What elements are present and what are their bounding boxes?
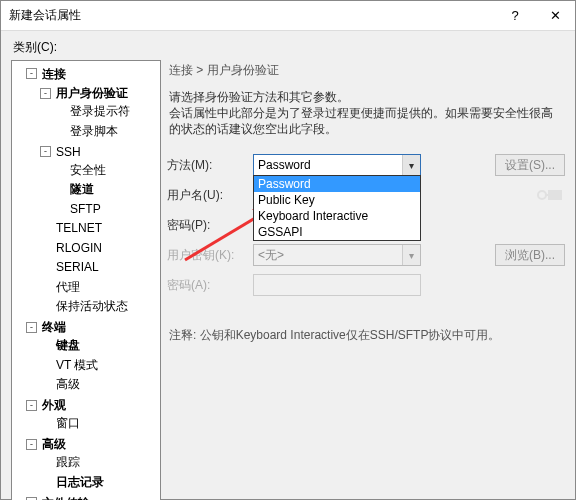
window-title: 新建会话属性 — [9, 7, 495, 24]
tree-telnet[interactable]: TELNET — [56, 219, 102, 237]
category-label: 类别(C): — [13, 39, 565, 56]
method-option-publickey[interactable]: Public Key — [254, 192, 420, 208]
method-option-gssapi[interactable]: GSSAPI — [254, 224, 420, 240]
label-username: 用户名(U): — [167, 187, 253, 204]
userkey-value: <无> — [258, 247, 284, 264]
tree-user-auth[interactable]: 用户身份验证 — [56, 84, 128, 102]
description: 请选择身份验证方法和其它参数。 会话属性中此部分是为了登录过程更便捷而提供的。如… — [169, 89, 563, 137]
tree-filetransfer[interactable]: 文件传输 — [42, 494, 90, 501]
userkey-select: <无> ▾ — [253, 244, 421, 266]
method-dropdown[interactable]: Password Public Key Keyboard Interactive… — [253, 175, 421, 241]
tree-logging[interactable]: 日志记录 — [56, 473, 104, 491]
tree-serial[interactable]: SERIAL — [56, 258, 99, 276]
tree-tunnel[interactable]: 隧道 — [70, 180, 94, 198]
tree-adv-term[interactable]: 高级 — [56, 375, 80, 393]
tree-proxy[interactable]: 代理 — [56, 278, 80, 296]
content-area: 类别(C): -连接 -用户身份验证 登录提示符 登录脚本 -SSH — [1, 31, 575, 500]
svg-rect-2 — [545, 194, 553, 196]
method-option-keyboard[interactable]: Keyboard Interactive — [254, 208, 420, 224]
close-button[interactable]: ✕ — [535, 1, 575, 31]
key-icon — [533, 184, 565, 206]
category-tree[interactable]: -连接 -用户身份验证 登录提示符 登录脚本 -SSH 安全性 — [11, 60, 161, 500]
row-userkey: 用户密钥(K): <无> ▾ 浏览(B)... — [167, 243, 565, 267]
method-select[interactable]: Password ▾ — [253, 154, 421, 176]
passphrase-input — [253, 274, 421, 296]
chevron-down-icon: ▾ — [402, 245, 420, 265]
tree-sftp[interactable]: SFTP — [70, 200, 101, 218]
titlebar: 新建会话属性 ? ✕ — [1, 1, 575, 31]
method-option-password[interactable]: Password — [254, 176, 420, 192]
row-passphrase: 密码(A): — [167, 273, 565, 297]
tree-login-script[interactable]: 登录脚本 — [70, 122, 118, 140]
label-passphrase: 密码(A): — [167, 277, 253, 294]
main-row: -连接 -用户身份验证 登录提示符 登录脚本 -SSH 安全性 — [11, 60, 565, 500]
browse-button: 浏览(B)... — [495, 244, 565, 266]
tree-appearance[interactable]: 外观 — [42, 396, 66, 414]
desc-line1: 请选择身份验证方法和其它参数。 — [169, 89, 563, 105]
tree-rlogin[interactable]: RLOGIN — [56, 239, 102, 257]
svg-point-1 — [538, 191, 546, 199]
breadcrumb: 连接 > 用户身份验证 — [169, 62, 565, 79]
note-text: 注释: 公钥和Keyboard Interactive仅在SSH/SFTP协议中… — [169, 327, 565, 344]
tree-keepalive[interactable]: 保持活动状态 — [56, 297, 128, 315]
tree-security[interactable]: 安全性 — [70, 161, 106, 179]
label-method: 方法(M): — [167, 157, 253, 174]
row-method: 方法(M): Password ▾ Password Public Key Ke… — [167, 153, 565, 177]
tree-advanced[interactable]: 高级 — [42, 435, 66, 453]
method-select-value: Password — [258, 158, 311, 172]
tree-vt[interactable]: VT 模式 — [56, 356, 98, 374]
tree-connection[interactable]: 连接 — [42, 65, 66, 83]
label-userkey: 用户密钥(K): — [167, 247, 253, 264]
label-password: 密码(P): — [167, 217, 253, 234]
tree-window[interactable]: 窗口 — [56, 414, 80, 432]
settings-button[interactable]: 设置(S)... — [495, 154, 565, 176]
dialog-window: 新建会话属性 ? ✕ 类别(C): -连接 -用户身份验证 登录提示符 登录脚本 — [0, 0, 576, 500]
tree-ssh[interactable]: SSH — [56, 143, 81, 161]
desc-line2: 会话属性中此部分是为了登录过程更便捷而提供的。如果需要安全性很高的状态的话建议您… — [169, 105, 563, 137]
right-panel: 连接 > 用户身份验证 请选择身份验证方法和其它参数。 会话属性中此部分是为了登… — [167, 60, 565, 500]
tree-login-prompt[interactable]: 登录提示符 — [70, 102, 130, 120]
help-button[interactable]: ? — [495, 1, 535, 31]
tree-terminal[interactable]: 终端 — [42, 318, 66, 336]
chevron-down-icon[interactable]: ▾ — [402, 155, 420, 175]
tree-keyboard[interactable]: 键盘 — [56, 336, 80, 354]
tree-trace[interactable]: 跟踪 — [56, 453, 80, 471]
